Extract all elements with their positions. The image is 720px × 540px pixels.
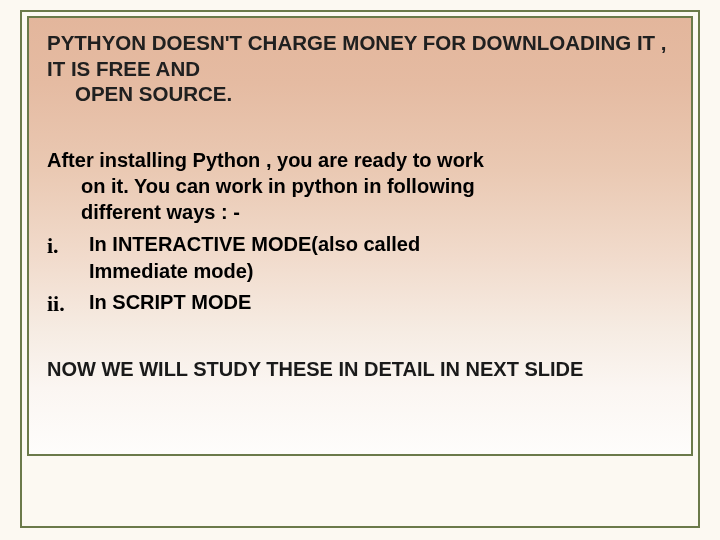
intro-line-2: on it. You can work in python in followi… [47, 173, 673, 199]
intro-line-3: different ways : - [47, 199, 673, 225]
slide: PYTHYON DOESN'T CHARGE MONEY FOR DOWNLOA… [0, 0, 720, 540]
list-marker-2: ii. [47, 289, 65, 319]
item2-line1: In SCRIPT MODE [89, 289, 673, 316]
modes-list: i. In INTERACTIVE MODE(also called Immed… [47, 231, 673, 316]
item1-line2: Immediate mode) [89, 258, 673, 285]
list-marker-1: i. [47, 231, 59, 261]
list-item: i. In INTERACTIVE MODE(also called Immed… [47, 231, 673, 285]
list-item: ii. In SCRIPT MODE [47, 289, 673, 316]
intro-paragraph: After installing Python , you are ready … [47, 147, 673, 225]
content-panel: PYTHYON DOESN'T CHARGE MONEY FOR DOWNLOA… [27, 16, 693, 456]
title-line-2: OPEN SOURCE. [47, 81, 673, 107]
slide-title: PYTHYON DOESN'T CHARGE MONEY FOR DOWNLOA… [47, 30, 673, 107]
footer-note: NOW WE WILL STUDY THESE IN DETAIL IN NEX… [47, 358, 673, 381]
item1-line1: In INTERACTIVE MODE(also called [89, 231, 673, 258]
intro-line-1: After installing Python , you are ready … [47, 149, 484, 171]
title-line-1: PYTHYON DOESN'T CHARGE MONEY FOR DOWNLOA… [47, 31, 667, 80]
